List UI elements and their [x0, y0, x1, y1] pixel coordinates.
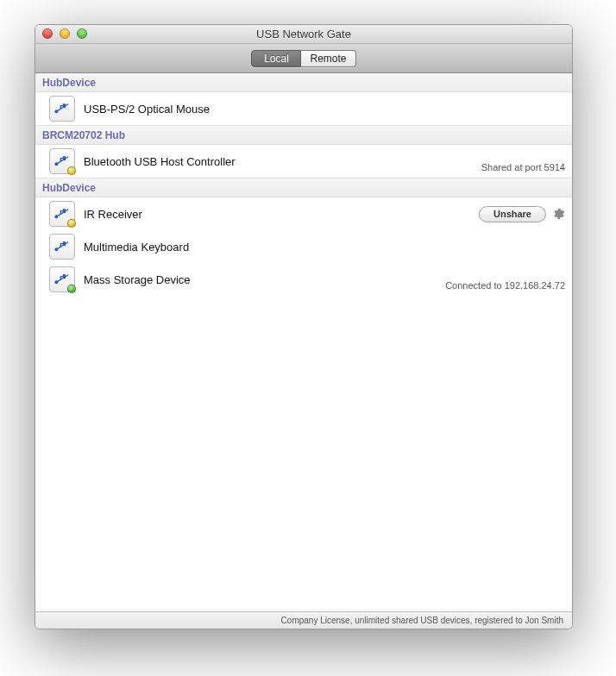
titlebar: USB Network Gate: [35, 25, 572, 44]
license-footer: Company License, unlimited shared USB de…: [35, 611, 572, 629]
device-main: Mass Storage Device: [84, 273, 418, 286]
device-label: Mass Storage Device: [84, 273, 418, 286]
usb-icon: [49, 148, 75, 174]
device-main: Bluetooth USB Host Controller: [84, 155, 418, 168]
tab-switcher: Local Remote: [251, 50, 355, 67]
unshare-button[interactable]: Unshare: [479, 206, 546, 222]
tab-remote[interactable]: Remote: [301, 50, 355, 67]
group-header: BRCM20702 Hub: [35, 125, 572, 145]
device-row[interactable]: Bluetooth USB Host Controller Shared at …: [35, 145, 572, 178]
minimize-button[interactable]: [60, 28, 70, 39]
group-header: HubDevice: [35, 178, 572, 197]
device-row[interactable]: IR Receiver Unshare: [35, 197, 572, 230]
device-label: USB-PS/2 Optical Mouse: [84, 103, 565, 116]
device-label: Multimedia Keyboard: [84, 241, 565, 254]
svg-point-14: [63, 276, 65, 278]
device-row[interactable]: Multimedia Keyboard: [35, 230, 572, 263]
device-side: Shared at port 5914: [418, 150, 565, 172]
gear-icon[interactable]: [551, 207, 565, 221]
close-button[interactable]: [42, 28, 53, 39]
usb-icon: [49, 96, 75, 122]
svg-point-9: [55, 248, 58, 251]
status-badge-connected-icon: [67, 285, 76, 293]
svg-point-3: [55, 163, 58, 166]
app-window: USB Network Gate Local Remote HubDevice …: [35, 24, 573, 629]
svg-point-6: [55, 216, 58, 218]
window-title: USB Network Gate: [256, 28, 351, 41]
device-row[interactable]: Mass Storage Device Connected to 192.168…: [35, 263, 572, 296]
svg-point-8: [63, 210, 65, 212]
svg-point-12: [55, 281, 58, 284]
tab-local[interactable]: Local: [251, 50, 301, 67]
group-header: HubDevice: [35, 73, 572, 92]
device-side: Connected to 192.168.24.72: [418, 268, 565, 291]
status-badge-shared-icon: [67, 219, 76, 228]
device-label: IR Receiver: [84, 208, 418, 221]
usb-icon: [49, 234, 75, 260]
svg-point-0: [55, 110, 58, 113]
device-side: Unshare: [418, 206, 565, 222]
device-main: IR Receiver: [84, 208, 418, 221]
toolbar: Local Remote: [35, 44, 572, 73]
svg-point-5: [63, 158, 65, 160]
device-main: USB-PS/2 Optical Mouse: [84, 103, 565, 116]
usb-icon: [49, 266, 75, 292]
svg-point-11: [63, 243, 65, 245]
svg-point-2: [63, 105, 65, 107]
zoom-button[interactable]: [77, 28, 87, 39]
device-status: Connected to 192.168.24.72: [445, 280, 565, 291]
usb-icon: [49, 201, 75, 227]
device-status: Shared at port 5914: [481, 162, 565, 172]
device-list: HubDevice USB-PS/2 Optical Mouse BRCM207…: [35, 73, 572, 611]
device-label: Bluetooth USB Host Controller: [84, 155, 418, 168]
traffic-lights: [42, 28, 87, 39]
status-badge-shared-icon: [67, 166, 76, 175]
device-main: Multimedia Keyboard: [84, 241, 565, 254]
device-row[interactable]: USB-PS/2 Optical Mouse: [35, 92, 572, 125]
